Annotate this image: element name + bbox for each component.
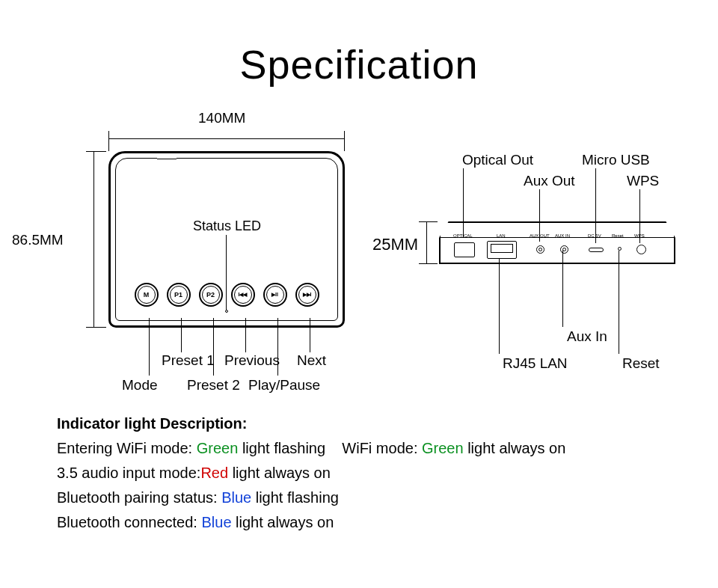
aux-in-jack-icon [560, 245, 568, 254]
mode-button: M [135, 283, 159, 307]
preset1-button: P1 [167, 283, 191, 307]
aux-out-jack-icon [536, 245, 544, 254]
indicator-description: Indicator light Description: Entering Wi… [57, 411, 565, 535]
wps-button-icon [636, 245, 646, 254]
optical-out-label: Optical Out [462, 152, 533, 168]
status-led-label: Status LED [193, 218, 261, 234]
page-title: Specification [0, 41, 718, 88]
previous-button: I◀◀ [231, 283, 255, 307]
rj45-lan-label: RJ45 LAN [503, 355, 568, 372]
depth-dimension-label: 25MM [372, 235, 418, 254]
preset1-label: Preset 1 [162, 352, 215, 369]
micro-usb-label: Micro USB [582, 152, 650, 168]
optical-port-icon [454, 242, 475, 257]
preset2-button: P2 [199, 283, 223, 307]
reset-label: Reset [622, 355, 660, 372]
indicator-header: Indicator light Description: [57, 411, 565, 436]
diagram-area: 140MM 86.5MM M P1 P2 I◀◀ ▶II ▶▶I Status … [0, 88, 718, 536]
mode-label: Mode [122, 377, 158, 393]
aux-out-label: Aux Out [524, 173, 575, 189]
previous-label: Previous [224, 352, 280, 369]
width-dimension-line [108, 131, 345, 147]
height-dimension-line [86, 151, 102, 328]
status-led-icon [225, 310, 228, 313]
lan-port-icon [487, 241, 517, 259]
preset2-label: Preset 2 [187, 377, 240, 393]
play-pause-label: Play/Pause [248, 377, 320, 393]
height-dimension-label: 86.5MM [12, 232, 64, 248]
play-pause-button: ▶II [263, 283, 287, 307]
aux-in-label: Aux In [567, 328, 607, 345]
wps-label: WPS [627, 173, 659, 189]
device-top-view: M P1 P2 I◀◀ ▶II ▶▶I [108, 151, 345, 328]
next-button: ▶▶I [295, 283, 319, 307]
next-label: Next [297, 352, 326, 369]
micro-usb-port-icon [589, 248, 604, 252]
width-dimension-label: 140MM [198, 110, 245, 126]
depth-dimension-line [419, 221, 434, 264]
